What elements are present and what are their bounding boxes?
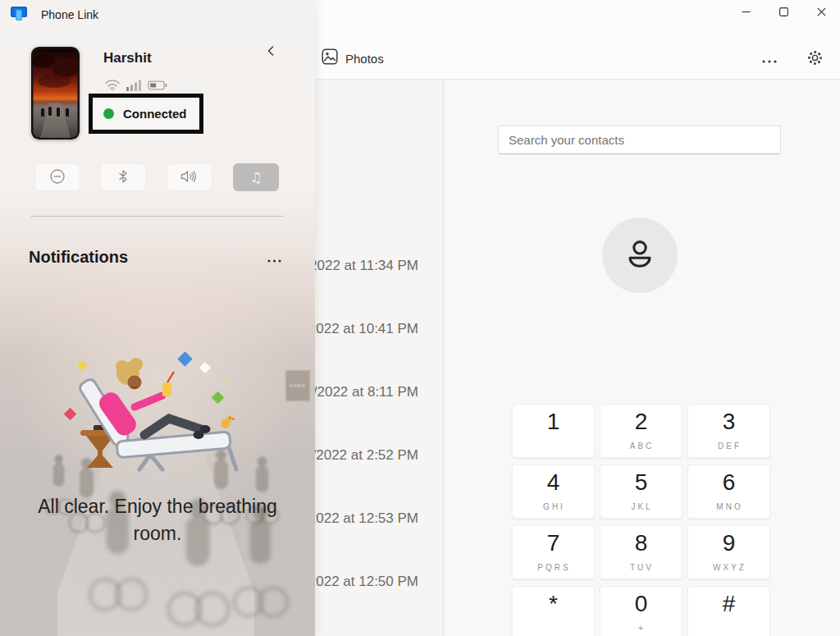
conversation-timestamp-5[interactable]: 2022 at 12:50 PM [315,574,418,590]
conversation-timestamp-0[interactable]: 2022 at 11:34 PM [315,258,418,274]
minimize-icon [742,7,751,19]
tab-photos-label: Photos [345,52,384,66]
dialpad-key-letters: PQRS [514,563,594,572]
notifications-more-button[interactable] [262,250,285,267]
dialpad-key-digit: 9 [688,530,769,556]
speaker-icon [180,170,199,185]
minimize-button[interactable] [727,0,765,25]
dialpad-key-*[interactable]: * [512,586,595,636]
dialpad-key-digit: 8 [600,530,682,556]
dialpad: 1 2 ABC 3 DEF 4 GHI 5 JKL 6 MNO [512,404,770,636]
dialpad-key-letters: JKL [602,502,682,511]
signal-bars-icon [126,80,142,94]
dialpad-key-letters: DEF [690,442,769,451]
conversation-timestamp-1[interactable]: 2022 at 10:41 PM [315,321,418,337]
dialpad-key-0[interactable]: 0 + [600,586,682,636]
more-options-button[interactable] [759,50,780,69]
audio-playing-button[interactable]: ♫ [233,163,279,191]
conversation-list-column: 2022 at 11:34 PM2022 at 10:41 PM/2022 at… [315,80,443,636]
contact-avatar-placeholder [602,217,678,293]
dialpad-key-digit: 7 [513,530,594,556]
conversation-timestamp-3[interactable]: /2022 at 2:52 PM [315,447,418,464]
conversation-timestamp-4[interactable]: 2022 at 12:53 PM [315,510,418,527]
minus-circle-icon [48,167,66,188]
conversation-timestamp-2[interactable]: /2022 at 8:11 PM [315,384,418,400]
maximize-icon [779,7,788,19]
notifications-heading: Notifications [29,248,128,267]
dialpad-key-digit: * [513,591,594,617]
bluetooth-button[interactable] [100,163,146,191]
dialpad-key-letters: GHI [514,502,594,511]
wifi-icon [104,79,121,95]
dialpad-key-digit: 0 [600,591,682,617]
battery-icon [148,80,167,94]
maximize-button[interactable] [765,0,802,25]
dialpad-key-3[interactable]: 3 DEF [687,404,770,458]
device-name: Harshit [103,50,152,66]
phone-link-window: Photos [0,0,840,636]
dialpad-key-letters: ABC [602,442,682,451]
dialpad-key-letters: WXYZ [690,563,769,572]
dialpad-key-6[interactable]: 6 MNO [687,464,770,519]
app-title: Phone Link [41,8,98,21]
phone-wallpaper-thumbnail[interactable] [31,47,80,140]
tab-photos[interactable]: Photos [315,44,390,72]
do-not-disturb-button[interactable] [34,163,80,191]
contacts-search-input[interactable] [498,126,781,154]
connection-status-annotation: Connected [89,94,203,134]
conversation-list: 2022 at 11:34 PM2022 at 10:41 PM/2022 at… [315,258,443,636]
person-icon [621,235,659,276]
chevron-left-icon [264,44,277,60]
phone-sidebar: HAWK Phone Link [0,0,315,636]
quick-actions-row: ♫ [0,163,315,191]
volume-button[interactable] [167,163,212,191]
window-caption-controls [727,0,840,25]
relaxing-person-illustration [25,346,287,490]
connection-status-label: Connected [123,107,187,121]
phone-link-app-icon [10,4,28,25]
bluetooth-icon [117,169,129,186]
calls-panel: 1 2 ABC 3 DEF 4 GHI 5 JKL 6 MNO [444,80,840,636]
ellipsis-icon [762,53,777,66]
gear-icon [806,49,824,69]
dialpad-key-letters: TUV [602,563,682,572]
dialpad-key-letters: + [602,624,682,633]
close-button[interactable] [802,0,840,25]
dialpad-key-digit: 1 [513,409,594,435]
topbar-actions [759,46,827,72]
photos-icon [322,48,338,68]
collapse-sidebar-button[interactable] [259,41,282,62]
connected-status-dot [103,108,114,119]
dialpad-key-4[interactable]: 4 GHI [512,464,595,519]
dialpad-key-digit: # [688,591,769,617]
dialpad-key-2[interactable]: 2 ABC [600,404,682,458]
ellipsis-icon [267,253,281,265]
dialpad-key-digit: 2 [600,409,682,435]
settings-button[interactable] [803,46,827,72]
music-note-icon: ♫ [249,171,262,185]
dialpad-key-digit: 3 [688,409,769,435]
dialpad-key-1[interactable]: 1 [512,404,595,458]
dialpad-key-7[interactable]: 7 PQRS [512,525,595,579]
sidebar-divider [30,216,283,217]
close-icon [817,7,826,19]
dialpad-key-digit: 5 [600,469,682,496]
dialpad-key-letters: MNO [690,502,769,511]
background-sign: HAWK [285,369,311,402]
dialpad-key-8[interactable]: 8 TUV [600,525,682,579]
dialpad-key-digit: 6 [688,469,769,496]
dialpad-key-digit: 4 [513,469,594,496]
dialpad-key-#[interactable]: # [687,586,770,636]
dialpad-key-9[interactable]: 9 WXYZ [687,525,770,579]
dialpad-key-5[interactable]: 5 JKL [600,464,682,519]
app-title-row: Phone Link [10,4,98,25]
device-status-icons [104,79,167,95]
notifications-empty-message: All clear. Enjoy the breathing room. [16,493,299,547]
